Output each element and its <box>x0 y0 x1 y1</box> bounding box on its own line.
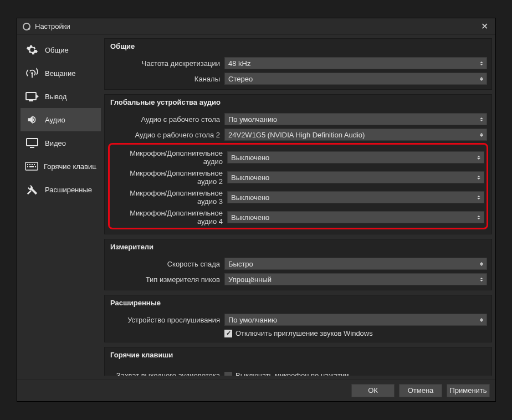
highlight-box: Микрофон/Дополнительное аудио Выключено … <box>108 143 488 229</box>
svg-rect-10 <box>29 166 34 167</box>
desktop-audio-combo[interactable]: По умолчанию <box>224 113 487 125</box>
antenna-icon <box>25 67 39 79</box>
panel-title: Измерители <box>105 239 491 253</box>
output-icon <box>25 91 39 102</box>
panel-meters: Измерители Скорость спада Быстро Тип изм… <box>104 239 492 290</box>
sidebar-item-label: Общие <box>45 46 69 54</box>
svg-rect-1 <box>29 100 33 101</box>
mic-3-combo[interactable]: Выключено <box>227 191 484 203</box>
gear-icon <box>25 44 39 56</box>
cancel-button[interactable]: Отмена <box>399 384 442 397</box>
sample-rate-combo[interactable]: 48 kHz <box>224 57 487 69</box>
channels-combo[interactable]: Стерео <box>224 73 487 85</box>
mic-4-combo[interactable]: Выключено <box>227 211 484 223</box>
disable-ducking-label: Отключить приглушение звуков Windows <box>235 329 373 337</box>
sidebar-item-label: Расширенные <box>45 186 92 194</box>
dialog-buttons: ОК Отмена Применить <box>17 379 495 401</box>
sidebar-item-video[interactable]: Видео <box>21 131 101 155</box>
tools-icon <box>25 183 39 196</box>
svg-rect-11 <box>35 166 36 167</box>
desktop-audio-2-label: Аудио с рабочего стола 2 <box>109 131 220 139</box>
sidebar-item-label: Горячие клавиши <box>44 162 96 171</box>
peak-meter-label: Тип измерителя пиков <box>109 275 220 284</box>
monitor-icon <box>25 137 39 148</box>
sidebar-item-label: Аудио <box>45 116 65 124</box>
panel-global-audio: Глобальные устройства аудио Аудио с рабо… <box>104 94 492 234</box>
sidebar-item-label: Вещание <box>45 69 76 78</box>
sidebar-item-advanced[interactable]: Расширенные <box>21 178 101 201</box>
desktop-audio-2-combo[interactable]: 24V2W1G5 (NVIDIA High Definition Audio) <box>224 129 487 141</box>
titlebar: Настройки ✕ <box>17 18 495 35</box>
close-button[interactable]: ✕ <box>479 21 490 32</box>
sidebar-item-output[interactable]: Вывод <box>21 85 101 108</box>
sidebar-item-label: Видео <box>45 139 66 147</box>
content-area: Общие Частота дискретизации 48 kHz Канал… <box>104 38 492 376</box>
svg-rect-9 <box>27 166 28 167</box>
keyboard-icon <box>25 162 38 171</box>
mic-4-label: Микрофон/Дополнительное аудио 4 <box>112 209 223 226</box>
speaker-icon <box>25 114 39 126</box>
svg-rect-0 <box>26 93 36 100</box>
monitoring-device-combo[interactable]: По умолчанию <box>224 314 487 326</box>
sidebar-item-label: Вывод <box>45 93 66 101</box>
sidebar-item-stream[interactable]: Вещание <box>21 62 101 85</box>
decay-rate-combo[interactable]: Быстро <box>224 258 487 270</box>
peak-meter-combo[interactable]: Упрощённый <box>224 273 487 285</box>
sidebar-item-audio[interactable]: Аудио <box>21 108 101 131</box>
channels-label: Каналы <box>109 75 220 83</box>
panel-title: Расширенные <box>105 295 491 309</box>
mute-push-label: Выключать микрофон по нажатии <box>235 371 349 376</box>
mic-1-label: Микрофон/Дополнительное аудио <box>112 149 223 166</box>
capture-output-label: Захват выходного аудиопотока <box>109 371 220 376</box>
svg-rect-7 <box>32 164 33 165</box>
mic-2-label: Микрофон/Дополнительное аудио 2 <box>112 169 223 186</box>
apply-button[interactable]: Применить <box>447 384 490 397</box>
obs-icon <box>23 23 30 30</box>
svg-rect-2 <box>27 139 38 146</box>
svg-rect-3 <box>30 147 34 148</box>
svg-rect-6 <box>29 164 30 165</box>
panel-title: Горячие клавиши <box>105 347 491 361</box>
desktop-audio-label: Аудио с рабочего стола <box>109 115 220 124</box>
ok-button[interactable]: ОК <box>351 384 395 397</box>
sample-rate-label: Частота дискретизации <box>109 59 220 68</box>
mic-2-combo[interactable]: Выключено <box>227 171 484 183</box>
panel-general: Общие Частота дискретизации 48 kHz Канал… <box>104 38 492 90</box>
panel-hotkeys: Горячие клавиши Захват выходного аудиопо… <box>104 347 492 376</box>
disable-ducking-checkbox[interactable]: ✓ <box>224 330 232 337</box>
sidebar: Общие Вещание Вывод Аудио <box>21 38 101 376</box>
mic-1-combo[interactable]: Выключено <box>227 151 484 163</box>
panel-title: Глобальные устройства аудио <box>105 95 491 109</box>
sidebar-item-hotkeys[interactable]: Горячие клавиши <box>21 155 101 178</box>
decay-rate-label: Скорость спада <box>109 260 220 268</box>
mute-push-checkbox[interactable] <box>224 372 232 376</box>
panel-title: Общие <box>105 39 491 53</box>
sidebar-item-general[interactable]: Общие <box>21 38 101 62</box>
monitoring-device-label: Устройство прослушивания <box>109 316 220 324</box>
svg-rect-5 <box>27 164 28 165</box>
mic-3-label: Микрофон/Дополнительное аудио 3 <box>112 189 223 206</box>
panel-advanced: Расширенные Устройство прослушивания По … <box>104 295 492 342</box>
window-title: Настройки <box>35 22 479 30</box>
svg-rect-8 <box>34 164 35 165</box>
settings-window: Настройки ✕ Общие Вещание Вывод <box>17 18 496 402</box>
